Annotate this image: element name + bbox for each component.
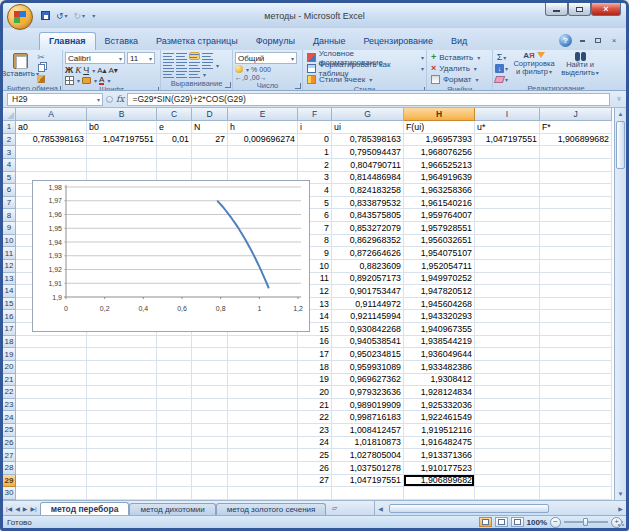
row-header-24[interactable]: 24 <box>3 411 16 424</box>
scroll-down-icon[interactable]: ▼ <box>615 488 626 500</box>
cell-H28[interactable]: 1,910177523 <box>404 462 475 475</box>
fill-color-button[interactable] <box>82 77 91 84</box>
ribbon-tab[interactable]: Формулы <box>247 33 304 50</box>
cell-E2[interactable]: 0,009696274 <box>228 134 298 147</box>
cell-H1[interactable]: F(ui) <box>404 121 475 134</box>
cell-G9[interactable]: 0,853272079 <box>332 222 404 235</box>
cell-I6[interactable] <box>475 184 540 197</box>
row-header-28[interactable]: 28 <box>3 462 16 475</box>
page-layout-view-button[interactable] <box>495 517 508 527</box>
cell-G5[interactable]: 0,814486984 <box>332 172 404 185</box>
cell-E29[interactable] <box>228 475 298 488</box>
cell-G22[interactable]: 0,979323636 <box>332 386 404 399</box>
cell-F24[interactable]: 22 <box>298 411 332 424</box>
column-header-D[interactable]: D <box>192 108 228 121</box>
nav-prev-icon[interactable]: ◀ <box>14 505 21 512</box>
restore-button[interactable] <box>568 3 591 16</box>
shrink-font-button[interactable]: А▾ <box>109 66 118 75</box>
align-bottom-button[interactable] <box>189 52 200 60</box>
cell-F28[interactable]: 26 <box>298 462 332 475</box>
cell-J29[interactable] <box>540 475 612 488</box>
horizontal-scroll-thumb[interactable] <box>389 504 549 513</box>
merge-center-button[interactable] <box>202 61 213 69</box>
scroll-right-icon[interactable]: ▶ <box>615 505 626 512</box>
cell-C20[interactable] <box>157 361 192 374</box>
cell-H7[interactable]: 1,961540216 <box>404 197 475 210</box>
cell-H16[interactable]: 1,943320293 <box>404 310 475 323</box>
number-dialog-launcher[interactable] <box>295 83 301 89</box>
cell-I10[interactable] <box>475 235 540 248</box>
number-format-select[interactable]: Общий▾ <box>235 52 297 64</box>
cell-B2[interactable]: 1,047197551 <box>87 134 157 147</box>
cell-H6[interactable]: 1,963258366 <box>404 184 475 197</box>
cell-J24[interactable] <box>540 411 612 424</box>
row-header-22[interactable]: 22 <box>3 386 16 399</box>
row-header-12[interactable]: 12 <box>3 260 16 273</box>
cell-G18[interactable]: 0,940538541 <box>332 336 404 349</box>
cell-E30[interactable] <box>228 487 298 500</box>
cell-G7[interactable]: 0,833879532 <box>332 197 404 210</box>
cell-B28[interactable] <box>87 462 157 475</box>
row-header-1[interactable]: 1 <box>3 121 16 134</box>
scroll-up-icon[interactable]: ▲ <box>615 108 626 120</box>
cell-G14[interactable]: 0,901753447 <box>332 285 404 298</box>
cell-J28[interactable] <box>540 462 612 475</box>
cell-E4[interactable] <box>228 159 298 172</box>
undo-dropdown-icon[interactable]: ▾ <box>65 12 68 19</box>
cell-E1[interactable]: h <box>228 121 298 134</box>
cell-I26[interactable] <box>475 437 540 450</box>
cell-I1[interactable]: u* <box>475 121 540 134</box>
cell-G20[interactable]: 0,959931089 <box>332 361 404 374</box>
cell-H3[interactable]: 1,968076256 <box>404 146 475 159</box>
align-middle-button[interactable] <box>176 52 187 60</box>
cell-D28[interactable] <box>192 462 228 475</box>
align-top-button[interactable] <box>163 52 174 60</box>
cell-C18[interactable] <box>157 336 192 349</box>
cell-I13[interactable] <box>475 273 540 286</box>
decrease-decimal-button[interactable]: ,00→ <box>250 74 267 81</box>
cell-G3[interactable]: 0,795094437 <box>332 146 404 159</box>
cell-H4[interactable]: 1,966525213 <box>404 159 475 172</box>
column-header-A[interactable]: A <box>16 108 87 121</box>
cell-J11[interactable] <box>540 247 612 260</box>
cell-G8[interactable]: 0,843575805 <box>332 209 404 222</box>
row-header-17[interactable]: 17 <box>3 323 16 336</box>
align-center-button[interactable] <box>176 61 187 69</box>
sheet-tab[interactable]: метод дихотомии <box>129 503 215 515</box>
cell-J2[interactable]: 1,906899682 <box>540 134 612 147</box>
cell-B3[interactable] <box>87 146 157 159</box>
cell-F23[interactable]: 21 <box>298 399 332 412</box>
cell-A1[interactable]: a0 <box>16 121 87 134</box>
cell-I5[interactable] <box>475 172 540 185</box>
cell-J13[interactable] <box>540 273 612 286</box>
cell-J22[interactable] <box>540 386 612 399</box>
horizontal-scroll-track[interactable] <box>387 503 614 514</box>
row-header-4[interactable]: 4 <box>3 159 16 172</box>
cell-J21[interactable] <box>540 374 612 387</box>
cell-H12[interactable]: 1,952054711 <box>404 260 475 273</box>
row-header-15[interactable]: 15 <box>3 298 16 311</box>
cell-J5[interactable] <box>540 172 612 185</box>
cell-B26[interactable] <box>87 437 157 450</box>
ribbon-tab[interactable]: Вид <box>442 33 476 50</box>
cell-G24[interactable]: 0,998716183 <box>332 411 404 424</box>
row-header-5[interactable]: 5 <box>3 172 16 185</box>
cell-C22[interactable] <box>157 386 192 399</box>
workbook-minimize-button[interactable] <box>576 36 588 46</box>
paste-button[interactable]: Вставить▾ <box>5 52 35 84</box>
cell-J7[interactable] <box>540 197 612 210</box>
insert-function-button[interactable]: fx <box>116 94 124 104</box>
cell-J9[interactable] <box>540 222 612 235</box>
row-header-23[interactable]: 23 <box>3 399 16 412</box>
help-button[interactable]: ? <box>559 34 572 47</box>
cell-A25[interactable] <box>16 424 87 437</box>
cell-F19[interactable]: 17 <box>298 348 332 361</box>
cell-A4[interactable] <box>16 159 87 172</box>
redo-dropdown-icon[interactable]: ▾ <box>82 12 85 19</box>
row-header-19[interactable]: 19 <box>3 348 16 361</box>
cell-I18[interactable] <box>475 336 540 349</box>
cell-I27[interactable] <box>475 449 540 462</box>
cell-D1[interactable]: N <box>192 121 228 134</box>
cell-J23[interactable] <box>540 399 612 412</box>
cell-G6[interactable]: 0,824183258 <box>332 184 404 197</box>
